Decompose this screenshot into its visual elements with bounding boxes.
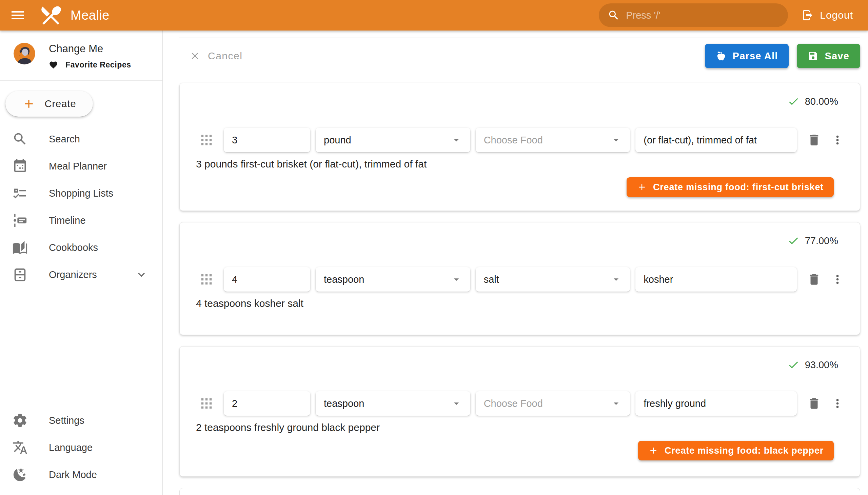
menu-down-icon [450,398,462,409]
chevron-down-icon [135,268,148,281]
ingredient-card-partial [180,488,860,495]
unit-select[interactable]: teaspoon [316,267,470,292]
checklist-icon [12,186,28,201]
favorites-label: Favorite Recipes [65,61,131,69]
mealie-logo-icon[interactable] [39,3,63,28]
calendar-icon [12,158,28,174]
food-select[interactable]: salt [476,267,630,292]
drag-handle-icon[interactable] [199,272,214,287]
check-icon [787,235,800,247]
cancel-label: Cancel [208,50,242,62]
delete-icon[interactable] [807,272,821,287]
confidence-indicator: 77.00% [787,235,838,247]
menu-icon[interactable] [10,7,26,23]
check-icon [787,95,800,107]
heart-icon [49,61,58,69]
sidebar-item-label: Cookbooks [49,242,98,253]
logout-button[interactable]: Logout [802,9,853,21]
magnify-icon [12,131,28,147]
apple-icon [716,51,727,62]
search-icon [608,9,620,21]
drag-handle-icon[interactable] [199,396,214,411]
translate-icon [12,440,28,455]
sidebar-item-timeline[interactable]: Timeline [0,207,163,234]
ingredient-input-row: teaspoon salt [199,267,844,292]
book-open-icon [12,240,28,255]
create-missing-food-button[interactable]: Create missing food: first-cut brisket [627,177,834,197]
ingredient-input-row: teaspoon Choose Food [199,391,844,416]
sidebar-item-search[interactable]: Search [0,125,163,153]
moon-icon [12,467,28,482]
menu-down-icon [610,274,622,285]
note-input[interactable] [635,128,797,152]
save-button[interactable]: Save [797,44,860,68]
search-input[interactable] [626,10,779,21]
quantity-input[interactable] [224,267,310,292]
unit-select[interactable]: teaspoon [316,391,470,416]
kebab-menu-icon[interactable] [831,397,844,410]
unit-value: pound [324,135,351,146]
delete-icon[interactable] [807,396,821,411]
user-name: Change Me [49,43,131,55]
favorite-recipes-link[interactable]: Favorite Recipes [49,61,131,69]
cancel-button[interactable]: Cancel [189,50,242,62]
create-missing-food-button[interactable]: Create missing food: black pepper [638,441,834,460]
check-icon [787,359,800,371]
confidence-indicator: 93.00% [787,359,838,371]
sidebar-item-dark-mode[interactable]: Dark Mode [0,461,163,488]
food-select[interactable]: Choose Food [476,128,630,152]
sidebar-item-cookbooks[interactable]: Cookbooks [0,234,163,261]
top-app-bar: Mealie Logout [0,0,868,31]
sidebar-item-meal-planner[interactable]: Meal Planner [0,153,163,180]
sidebar-item-label: Search [49,134,80,145]
food-placeholder: Choose Food [484,135,543,146]
plus-icon [648,445,659,456]
plus-icon [22,97,36,110]
sidebar-item-label: Timeline [49,215,86,226]
scrolled-card-edge [180,38,860,38]
sidebar-item-label: Dark Mode [49,469,97,480]
original-ingredient-text: 4 teaspoons kosher salt [196,298,844,309]
sidebar-item-language[interactable]: Language [0,434,163,461]
global-search[interactable] [599,3,788,27]
parse-all-button[interactable]: Parse All [705,44,789,68]
confidence-indicator: 80.00% [787,95,838,107]
logout-label: Logout [820,10,853,21]
food-select[interactable]: Choose Food [476,391,630,416]
original-ingredient-text: 2 teaspoons freshly ground black pepper [196,422,844,433]
sidebar-item-shopping-lists[interactable]: Shopping Lists [0,180,163,207]
create-missing-food-label: Create missing food: black pepper [665,445,823,456]
food-value: salt [484,274,499,285]
logout-icon [802,9,814,21]
menu-down-icon [450,274,462,285]
sidebar-item-label: Language [49,442,92,453]
ingredient-list: 80.00% pound Choose Food [180,83,860,495]
create-button[interactable]: Create [5,91,93,117]
create-missing-food-label: Create missing food: first-cut brisket [653,182,823,192]
app-title: Mealie [70,8,109,23]
main-content: Cancel Parse All Save 80.00% [163,31,868,495]
note-input[interactable] [635,267,797,292]
unit-select[interactable]: pound [316,128,470,152]
menu-down-icon [450,134,462,146]
save-label: Save [824,51,849,62]
note-input[interactable] [635,391,797,416]
create-label: Create [45,98,76,109]
quantity-input[interactable] [224,128,310,152]
sidebar-item-settings[interactable]: Settings [0,407,163,434]
quantity-input[interactable] [224,391,310,416]
unit-value: teaspoon [324,274,364,285]
kebab-menu-icon[interactable] [831,273,844,286]
sidebar-item-organizers[interactable]: Organizers [0,261,163,288]
avatar[interactable] [14,43,35,64]
timeline-icon [12,212,28,228]
gear-icon [12,413,28,428]
original-ingredient-text: 3 pounds first-cut brisket (or flat-cut)… [196,158,844,170]
close-icon [189,51,200,62]
sidebar-item-label: Shopping Lists [49,188,113,199]
drag-handle-icon[interactable] [199,132,214,148]
confidence-value: 80.00% [805,96,838,107]
menu-down-icon [610,398,622,409]
kebab-menu-icon[interactable] [831,133,844,147]
delete-icon[interactable] [807,133,821,147]
